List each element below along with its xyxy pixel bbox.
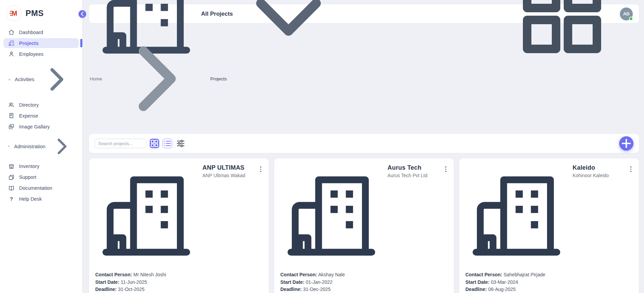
contact-value: Mr Nitesh Joshi [133,272,166,277]
project-subtitle: ANP Ultimas Wakad [202,173,245,178]
people-icon [8,102,15,108]
sidebar-item-activities[interactable]: Activities [3,60,79,99]
contact-label: Contact Person: [95,272,132,277]
sidebar-nav: Dashboard Projects Employees Activities … [0,27,82,204]
card-menu-button[interactable] [444,164,448,174]
project-card[interactable]: Kaleido Kohinoor Kaleido Contact Person:… [459,158,639,293]
list-view-button[interactable] [163,139,172,148]
contact-label: Contact Person: [280,272,317,277]
contact-value: Akshay Nale [318,272,345,277]
sidebar-item-projects[interactable]: Projects [3,38,79,48]
project-title: Kaleido [573,164,609,171]
sidebar-item-inventory[interactable]: Inventory [3,161,79,171]
building-icon [95,165,197,267]
deadline-value: 08-Aug-2025 [488,287,516,292]
logo-m-icon: M [6,5,22,21]
deadline-label: Deadline: [465,287,487,292]
project-details: Contact Person: Akshay Nale Start Date: … [274,267,454,293]
sidebar-item-support[interactable]: Support [3,172,79,182]
sidebar-item-label: Inventory [19,164,39,169]
sidebar-item-label: Activities [15,77,34,82]
project-details: Contact Person: Mr Nitesh Joshi Start Da… [89,267,269,293]
sidebar-item-directory[interactable]: Directory [3,100,79,110]
start-date-label: Start Date: [95,279,119,285]
sidebar-item-administration[interactable]: Administration [3,133,79,160]
avatar-initials: AD [623,11,630,16]
grid-view-button[interactable] [150,139,159,148]
home-icon [8,29,15,35]
sidebar-item-label: Dashboard [19,30,43,35]
sidebar-item-label: Image Gallary [19,124,50,129]
sidebar-item-expense[interactable]: Expense [3,111,79,121]
grid-view-icon [150,139,159,148]
svg-text:M: M [12,10,17,17]
deadline-value: 31-Oct-2025 [118,287,145,292]
plus-icon [619,136,633,151]
search-input[interactable] [95,139,146,148]
card-menu-button[interactable] [629,164,633,174]
person-icon [8,51,15,57]
chevron-left-icon [79,10,86,18]
brand-name: PMS [26,9,44,18]
sidebar-item-label: Support [19,174,36,180]
breadcrumb: Home Projects [89,23,639,134]
project-details: Contact Person: Sahebhajrat Pirjade Star… [459,267,639,293]
list-icon [8,76,11,83]
building-icon [465,165,567,267]
buildings-icon [8,40,15,46]
deadline-label: Deadline: [95,287,117,292]
project-card-grid: ANP ULTIMAS ANP Ultimas Wakad Contact Pe… [89,158,639,293]
breadcrumb-home[interactable]: Home [90,76,102,81]
project-subtitle: Aurus Tech Pvt Ltd [387,173,427,178]
receipt-icon [8,112,15,119]
project-title: ANP ULTIMAS [202,164,245,171]
building-icon [280,165,382,267]
page-title: All Projects [201,11,233,17]
main-content: All Projects AD Home Projects [82,0,644,293]
sliders-icon [176,138,186,149]
start-date-value: 11-Jun-2025 [121,279,147,285]
filter-button[interactable] [176,138,186,149]
project-card[interactable]: Aurus Tech Aurus Tech Pvt Ltd Contact Pe… [274,158,454,293]
help-icon: ? [8,196,15,202]
online-status-dot [629,17,633,21]
start-date-label: Start Date: [465,279,490,285]
sidebar-item-label: Expense [19,113,38,119]
archive-icon [8,143,10,150]
add-project-button[interactable] [619,136,633,151]
start-date-value: 03-Mar-2024 [491,279,518,285]
project-card[interactable]: ANP ULTIMAS ANP Ultimas Wakad Contact Pe… [89,158,269,293]
projects-toolbar [89,134,639,153]
contact-label: Contact Person: [465,272,502,277]
sidebar-item-label: Projects [19,41,38,46]
project-subtitle: Kohinoor Kaleido [573,173,609,178]
sidebar-item-employees[interactable]: Employees [3,49,79,59]
chevron-right-icon [105,28,207,130]
sidebar-item-help-desk[interactable]: ? Help Desk [3,194,79,204]
sidebar-collapse-button[interactable] [79,10,86,18]
breadcrumb-current: Projects [210,76,227,81]
deadline-label: Deadline: [280,287,302,292]
project-title: Aurus Tech [387,164,427,171]
list-view-icon [163,139,172,148]
sidebar-item-label: Employees [19,51,44,57]
start-date-value: 01-Jan-2022 [306,279,333,285]
sidebar-item-label: Help Desk [19,196,42,202]
user-avatar[interactable]: AD [620,7,633,20]
sidebar-item-label: Documentation [19,185,52,191]
book-icon [8,185,15,191]
card-menu-button[interactable] [259,164,263,174]
start-date-label: Start Date: [280,279,304,285]
sidebar-item-documentation[interactable]: Documentation [3,183,79,193]
chevron-right-icon [50,134,74,159]
contact-value: Sahebhajrat Pirjade [503,272,545,277]
brand-logo: M PMS [0,0,82,26]
sidebar-item-dashboard[interactable]: Dashboard [3,27,79,37]
store-icon [8,163,15,170]
sidebar-item-image-gallary[interactable]: Image Gallary [3,122,79,132]
deadline-value: 31-Dec-2025 [303,287,331,292]
gallery-icon [8,123,15,130]
page-header: All Projects AD [89,4,639,23]
sidebar-item-label: Administration [14,144,46,149]
copy-icon [8,174,15,181]
